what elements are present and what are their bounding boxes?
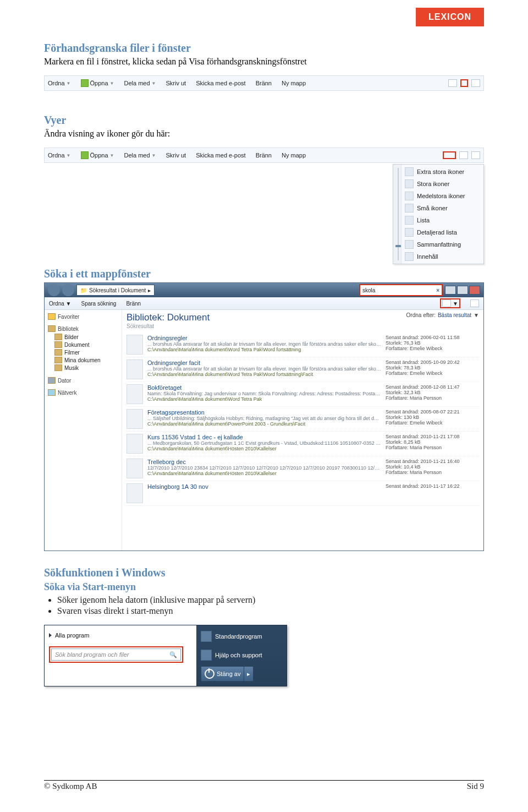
view-option-list[interactable]: Lista xyxy=(402,214,483,226)
file-icon xyxy=(127,409,143,429)
nav-forward-button[interactable] xyxy=(62,284,74,296)
toolbar-share[interactable]: Dela med▼ xyxy=(124,152,156,159)
toolbar-print[interactable]: Skriv ut xyxy=(166,152,186,159)
preview-pane-icon[interactable] xyxy=(459,151,468,159)
start-item-help[interactable]: Hjälp och support xyxy=(201,647,282,663)
cb-burn[interactable]: Bränn xyxy=(126,301,141,307)
toolbar-share[interactable]: Dela med▼ xyxy=(124,80,156,86)
toolbar-newfolder[interactable]: Ny mapp xyxy=(282,152,306,159)
toolbar-email[interactable]: Skicka med e-post xyxy=(196,80,245,86)
nav-item[interactable]: Dokument xyxy=(48,341,122,348)
all-programs[interactable]: Alla program xyxy=(49,630,192,641)
cb-save-search[interactable]: Spara sökning xyxy=(81,301,116,307)
preview-pane-icon-highlight[interactable] xyxy=(460,79,468,87)
result-snippet: ... Säljshef Utbildning: Säljhögskola Ho… xyxy=(147,416,381,421)
clear-search-icon[interactable]: × xyxy=(436,287,439,293)
result-modified: Senast ändrad: 2005-08-07 22:21 xyxy=(386,409,479,415)
nav-item[interactable]: Mina dokumen xyxy=(48,356,122,364)
close-button[interactable] xyxy=(469,286,480,295)
search-result[interactable]: Helsingborg 1A 30 novSenast ändrad: 2010… xyxy=(127,481,479,506)
nav-item[interactable]: Filmer xyxy=(48,348,122,356)
result-snippet: 12/7/2010 12/7/2010 23834 12/7/2010 12/7… xyxy=(147,465,381,471)
result-path: C:\Användare\Maria\Mina dokument\Hösten … xyxy=(147,471,381,476)
result-snippet: Namn: Skola Förvaltning: Jag undervisar … xyxy=(147,391,381,396)
result-size: Storlek: 130 kB xyxy=(386,415,479,420)
shutdown-button[interactable]: Stäng av xyxy=(201,666,244,682)
explorer-command-bar: Ordna ▼ Spara sökning Bränn ▼ xyxy=(45,297,483,310)
toolbar-burn[interactable]: Bränn xyxy=(256,152,272,159)
view-option-content[interactable]: Innehåll xyxy=(402,250,483,263)
footer-copyright: © Sydkomp AB xyxy=(44,782,97,791)
view-option-medium[interactable]: Medelstora ikoner xyxy=(402,190,483,202)
view-option-tiles[interactable]: Sammanfattning xyxy=(402,238,483,250)
view-options-menu: Extra stora ikoner Stora ikoner Medelsto… xyxy=(393,164,484,264)
brand-logo: LEXICON xyxy=(416,8,484,26)
search-result[interactable]: Trelleborg dec12/7/2010 12/7/2010 23834 … xyxy=(127,456,479,481)
nav-item[interactable]: Musik xyxy=(48,364,122,372)
view-option-details[interactable]: Detaljerad lista xyxy=(402,226,483,238)
toolbar-burn[interactable]: Bränn xyxy=(256,80,272,86)
library-subtitle: Sökresultat xyxy=(127,323,479,329)
view-option-small[interactable]: Små ikoner xyxy=(402,202,483,214)
result-path: C:\Användare\Maria\Mina dokument\Hösten … xyxy=(147,446,381,451)
nav-network[interactable]: Nätverk xyxy=(48,389,122,396)
explorer-title-bar: 📁 Sökresultat i Dokument ▸ skola × xyxy=(45,283,483,297)
body-views: Ändra visning av ikoner gör du här: xyxy=(44,129,484,139)
search-result[interactable]: Företagspresentation... Säljshef Utbildn… xyxy=(127,407,479,432)
nav-back-button[interactable] xyxy=(48,284,60,296)
shutdown-options-button[interactable]: ▸ xyxy=(244,666,254,682)
nav-item[interactable]: Bilder xyxy=(48,333,122,341)
toolbar-open[interactable]: Öppna▼ xyxy=(81,151,114,159)
toolbar-print[interactable]: Skriv ut xyxy=(166,80,186,86)
cb-organize[interactable]: Ordna ▼ xyxy=(49,301,71,307)
search-result[interactable]: Kurs 11536 Vstad 1 dec - ej kallade... M… xyxy=(127,432,479,456)
toolbar-email[interactable]: Skicka med e-post xyxy=(196,152,245,159)
view-option-extra-large[interactable]: Extra stora ikoner xyxy=(402,166,483,178)
search-result[interactable]: BokföretagetNamn: Skola Förvaltning: Jag… xyxy=(127,382,479,407)
start-menu: Alla program Sök bland program och filer… xyxy=(44,625,287,686)
search-result[interactable]: Ordningsregler... brorshus Alla ansvarar… xyxy=(127,333,479,357)
start-search-input[interactable]: Sök bland program och filer 🔍 xyxy=(51,648,181,661)
view-icon[interactable] xyxy=(448,79,457,87)
nav-libraries[interactable]: Bibliotek xyxy=(48,325,122,332)
help-icon[interactable] xyxy=(470,299,479,307)
result-path: C:\Användare\Maria\Mina dokument\PowerPo… xyxy=(147,421,381,427)
view-option-large[interactable]: Stora ikoner xyxy=(402,178,483,190)
chevron-down-icon: ▼ xyxy=(110,81,114,86)
power-icon xyxy=(205,669,215,679)
view-dropdown-highlight[interactable] xyxy=(443,151,456,159)
tiles-icon xyxy=(405,240,414,249)
maximize-button[interactable] xyxy=(457,286,468,295)
arrange-by[interactable]: Ordna efter: Bästa resultat ▼ xyxy=(406,312,479,318)
result-path: C:\Användare\Maria\Mina dokument\Word Te… xyxy=(147,372,381,377)
result-author: Författare: Emelie Wibeck xyxy=(386,346,479,351)
result-author: Författare: Maria Persson xyxy=(386,470,479,475)
result-size: Storlek: 10,4 kB xyxy=(386,464,479,470)
result-modified: Senast ändrad: 2008-12-08 11:47 xyxy=(386,384,479,390)
chevron-right-icon: ▸ xyxy=(247,671,250,678)
result-snippet: ... brorshus Alla ansvarar för att skola… xyxy=(147,366,381,372)
bullet-2: Svaren visas direkt i start-menyn xyxy=(57,606,484,616)
icon-size-slider[interactable] xyxy=(393,165,402,264)
toolbar-organize[interactable]: Ordna▼ xyxy=(48,152,71,159)
breadcrumb[interactable]: 📁 Sökresultat i Dokument ▸ xyxy=(76,285,155,296)
help-icon[interactable] xyxy=(471,151,480,159)
help-icon[interactable] xyxy=(471,79,480,87)
minimize-button[interactable] xyxy=(445,286,456,295)
nav-computer[interactable]: Dator xyxy=(48,377,122,384)
file-icon xyxy=(127,483,143,503)
result-title: Ordningsregler facit xyxy=(147,359,381,366)
search-input-value: skola xyxy=(362,287,375,293)
nav-favorites[interactable]: Favoriter xyxy=(48,313,122,320)
search-result[interactable]: Ordningsregler facit... brorshus Alla an… xyxy=(127,357,479,382)
toolbar-organize[interactable]: Ordna▼ xyxy=(48,80,71,86)
file-icon xyxy=(127,434,143,454)
search-placeholder: Sök bland program och filer xyxy=(55,651,129,658)
view-icons-highlight[interactable]: ▼ xyxy=(440,298,460,308)
result-author: Författare: Maria Persson xyxy=(386,395,479,401)
file-icon xyxy=(127,384,143,404)
start-item-default-programs[interactable]: Standardprogram xyxy=(201,629,282,644)
search-input-highlight[interactable]: skola × xyxy=(359,284,443,296)
toolbar-newfolder[interactable]: Ny mapp xyxy=(282,80,306,86)
toolbar-open[interactable]: Öppna▼ xyxy=(81,79,114,87)
